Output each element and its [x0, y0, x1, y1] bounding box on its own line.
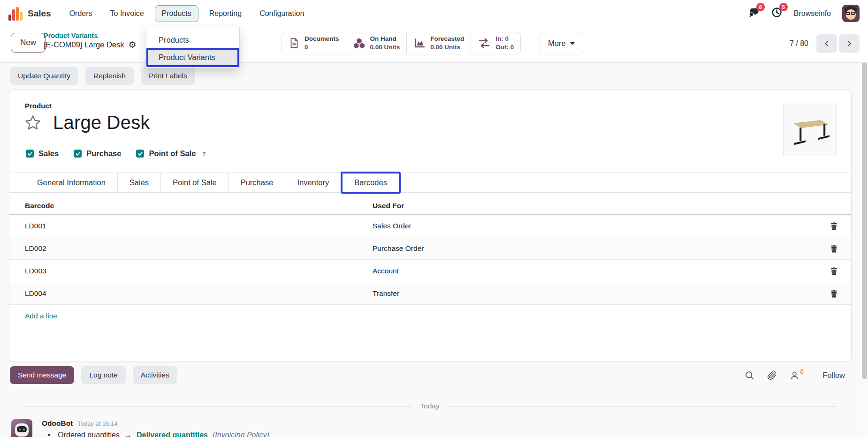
notebook-tabs: General Information Sales Point of Sale …: [9, 173, 851, 193]
document-icon: [289, 37, 300, 49]
sales-checkbox[interactable]: Sales: [26, 149, 59, 158]
dropdown-item-product-variants[interactable]: Product Variants: [146, 48, 239, 67]
table-row[interactable]: LD002 Purchase Order: [9, 237, 851, 260]
chatter-right-tools: 0 Follow: [745, 370, 845, 380]
breadcrumb-parent-link[interactable]: Product Variants: [44, 32, 137, 39]
delete-row-button[interactable]: [830, 260, 838, 282]
print-labels-button[interactable]: Print Labels: [141, 67, 195, 85]
trash-icon: [830, 289, 838, 298]
update-quantity-button[interactable]: Update Quantity: [10, 67, 78, 85]
chevron-down-icon: [570, 42, 575, 45]
tab-purchase[interactable]: Purchase: [228, 173, 285, 192]
tracking-context: (Invoicing Policy): [213, 431, 269, 437]
purchase-checkbox[interactable]: Purchase: [74, 149, 121, 158]
search-icon: [745, 370, 754, 380]
vertical-scrollbar: [861, 52, 868, 437]
top-navbar: Sales Orders To Invoice Products Reporti…: [0, 0, 868, 27]
menu-orders[interactable]: Orders: [62, 5, 99, 22]
pager-count: 7 / 80: [790, 39, 808, 48]
documents-stat-button[interactable]: Documents 0: [282, 32, 346, 54]
chevron-right-icon: [845, 40, 853, 47]
new-button[interactable]: New: [11, 33, 46, 53]
tab-general-information[interactable]: General Information: [25, 173, 117, 192]
breadcrumb: Product Variants [E-COM09] Large Desk ⚙: [44, 32, 137, 49]
menu-reporting[interactable]: Reporting: [202, 5, 249, 22]
search-messages-button[interactable]: [745, 370, 754, 380]
menu-configuration[interactable]: Configuration: [252, 5, 311, 22]
tab-barcodes[interactable]: Barcodes: [341, 172, 401, 194]
point-of-sale-checkbox[interactable]: Point of Sale ?: [136, 149, 206, 158]
stat-label: Forecasted: [430, 35, 464, 43]
stat-value: Out: 0: [495, 43, 514, 52]
attachments-button[interactable]: [767, 370, 777, 380]
favorite-star-icon[interactable]: [24, 114, 42, 132]
delete-row-button[interactable]: [830, 215, 838, 237]
followers-button[interactable]: 0: [790, 370, 804, 380]
gear-icon[interactable]: ⚙: [128, 40, 136, 49]
used-for-cell[interactable]: Purchase Order: [373, 237, 424, 260]
tab-point-of-sale[interactable]: Point of Sale: [160, 173, 228, 192]
desk-image: [786, 108, 833, 151]
user-name[interactable]: Browseinfo: [794, 9, 831, 18]
log-note-button[interactable]: Log note: [81, 366, 125, 384]
forecasted-stat-button[interactable]: Forecasted 0.00 Units: [407, 32, 471, 54]
tab-inventory[interactable]: Inventory: [285, 173, 341, 192]
messages-count-badge: 8: [756, 3, 765, 11]
sales-app-icon[interactable]: [8, 7, 23, 21]
barcode-cell[interactable]: LD002: [25, 237, 46, 260]
tab-sales[interactable]: Sales: [117, 173, 160, 192]
menu-to-invoice[interactable]: To Invoice: [103, 5, 151, 22]
delete-row-button[interactable]: [830, 282, 838, 304]
follow-button[interactable]: Follow: [822, 371, 845, 380]
area-chart-icon: [413, 37, 426, 49]
stat-label: Documents: [305, 35, 339, 43]
more-label: More: [548, 39, 566, 48]
more-button[interactable]: More: [540, 32, 583, 54]
used-for-cell[interactable]: Transfer: [373, 282, 399, 305]
today-divider: Today: [23, 402, 837, 410]
replenish-button[interactable]: Replenish: [85, 67, 134, 85]
used-for-cell[interactable]: Account: [373, 260, 399, 282]
send-message-button[interactable]: Send message: [10, 366, 74, 384]
robot-eye: [19, 429, 21, 430]
activities-button[interactable]: Activities: [133, 366, 177, 384]
user-avatar[interactable]: [842, 5, 860, 22]
barcode-cell[interactable]: LD003: [25, 260, 46, 282]
column-header-used-for[interactable]: Used For: [373, 196, 404, 215]
pager-next-button[interactable]: [839, 34, 860, 53]
on-hand-stat-button[interactable]: On Hand 0.00 Units: [346, 32, 407, 54]
checkbox-label: Purchase: [86, 149, 121, 158]
in-out-stat-button[interactable]: In: 0 Out: 0: [471, 32, 521, 54]
column-header-barcode[interactable]: Barcode: [25, 196, 54, 215]
avatar-glasses: [846, 12, 856, 15]
delete-row-button[interactable]: [830, 237, 838, 259]
bullet: •: [47, 431, 50, 437]
table-row[interactable]: LD003 Account: [9, 260, 851, 282]
product-name[interactable]: Large Desk: [53, 112, 150, 133]
trash-icon: [830, 222, 838, 230]
checkbox-label: Point of Sale: [149, 149, 196, 158]
help-question-icon[interactable]: ?: [202, 151, 206, 157]
scrollbar-thumb[interactable]: [862, 55, 867, 379]
stat-value: 0: [305, 43, 339, 52]
messages-button[interactable]: 8: [748, 7, 760, 20]
stat-label: On Hand: [370, 35, 400, 43]
table-row[interactable]: LD001 Sales Order: [9, 215, 851, 237]
add-a-line-link[interactable]: Add a line: [25, 305, 57, 327]
app-name[interactable]: Sales: [28, 8, 51, 19]
checkbox-checked-icon: [26, 150, 34, 158]
stat-label: In: 0: [495, 35, 514, 43]
odoobot-avatar[interactable]: [11, 419, 32, 437]
used-for-cell[interactable]: Sales Order: [373, 215, 411, 237]
message-author[interactable]: OdooBot: [42, 419, 73, 428]
table-row[interactable]: LD004 Transfer: [9, 282, 851, 305]
dropdown-item-products[interactable]: Products: [146, 32, 239, 48]
product-image[interactable]: [783, 103, 837, 156]
activities-button[interactable]: 5: [771, 7, 783, 20]
barcode-cell[interactable]: LD004: [25, 282, 46, 305]
pager-previous-button[interactable]: [816, 34, 837, 53]
arrow-right-icon: →: [124, 431, 132, 437]
menu-products[interactable]: Products: [155, 5, 198, 22]
robot-eye: [23, 429, 25, 430]
barcode-cell[interactable]: LD001: [25, 215, 46, 237]
